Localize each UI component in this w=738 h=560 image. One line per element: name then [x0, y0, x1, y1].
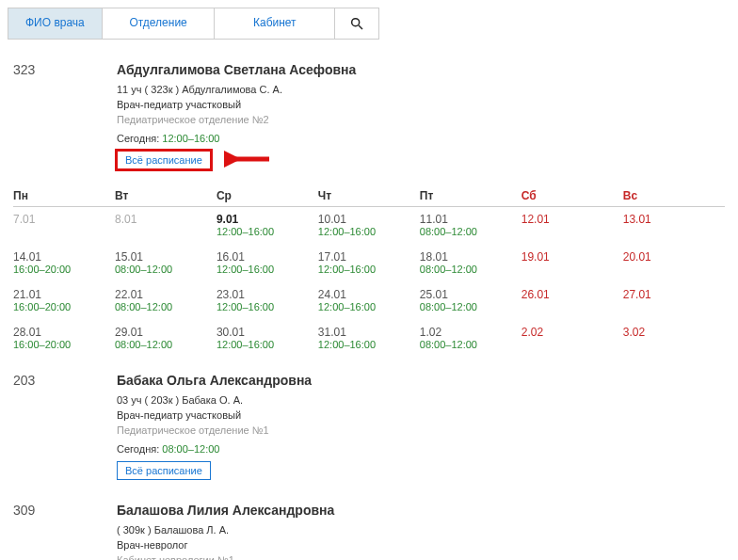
filter-tabs: ФИО врача Отделение Кабинет — [8, 8, 379, 40]
today-time: 08:00–12:00 — [162, 443, 219, 455]
cell-date: 25.01 — [420, 288, 521, 301]
cell-date: 16.01 — [217, 250, 318, 264]
cell-date: 3.02 — [623, 326, 725, 339]
doctor-sub: 03 уч ( 203к ) Бабака О. А. — [117, 393, 730, 408]
calendar-cell[interactable]: 3.02 — [623, 326, 725, 350]
calendar-cell[interactable]: 11.01 08:00–12:00 — [420, 213, 521, 237]
calendar-cell[interactable]: 2.02 — [521, 326, 623, 350]
doctor-card: 203 Бабака Ольга Александровна 03 уч ( 2… — [8, 373, 730, 480]
cell-slot: 12:00–16:00 — [217, 301, 318, 312]
calendar-week: 28.01 16:00–20:00 29.01 08:00–12:00 30.0… — [13, 326, 725, 350]
day-header: Вт — [115, 189, 217, 202]
calendar-cell[interactable]: 24.01 12:00–16:00 — [318, 288, 420, 312]
cell-slot: 12:00–16:00 — [318, 264, 420, 275]
tab-doctor-name[interactable]: ФИО врача — [8, 8, 103, 39]
cell-date: 8.01 — [115, 213, 217, 226]
calendar: ПнВтСрЧтПтСбВс 7.01 8.01 9.01 12:00–16:0… — [8, 189, 730, 350]
calendar-cell[interactable]: 21.01 16:00–20:00 — [13, 288, 115, 312]
calendar-cell[interactable]: 22.01 08:00–12:00 — [115, 288, 217, 312]
cell-date: 1.02 — [420, 326, 521, 339]
doctor-role: Врач-невролог — [117, 538, 730, 553]
calendar-week: 14.01 16:00–20:00 15.01 08:00–12:00 16.0… — [13, 250, 725, 275]
doctor-name: Бабака Ольга Александровна — [117, 373, 730, 388]
day-header: Ср — [217, 189, 318, 202]
day-header: Пт — [420, 189, 521, 202]
calendar-cell[interactable]: 10.01 12:00–16:00 — [318, 213, 420, 237]
svg-line-1 — [359, 25, 362, 29]
doctor-card: 309 Балашова Лилия Александровна ( 309к … — [8, 503, 730, 560]
doctor-department: Кабинет неврологии №1 — [117, 553, 730, 560]
calendar-cell[interactable]: 7.01 — [13, 213, 115, 237]
cell-slot: 12:00–16:00 — [318, 339, 420, 350]
doctor-sub: ( 309к ) Балашова Л. А. — [117, 523, 730, 538]
calendar-cell[interactable]: 29.01 08:00–12:00 — [115, 326, 217, 350]
calendar-cell[interactable]: 19.01 — [521, 250, 623, 275]
full-schedule-button[interactable]: Всё расписание — [117, 151, 211, 169]
cell-date: 26.01 — [521, 288, 623, 301]
today-label: Сегодня: — [117, 443, 159, 455]
calendar-cell[interactable]: 25.01 08:00–12:00 — [420, 288, 521, 312]
day-header: Пн — [13, 189, 115, 202]
full-schedule-button[interactable]: Всё расписание — [117, 461, 211, 480]
cell-date: 27.01 — [623, 288, 725, 301]
cell-slot: 08:00–12:00 — [420, 226, 521, 237]
cell-date: 14.01 — [13, 250, 115, 264]
doctor-name: Балашова Лилия Александровна — [117, 503, 730, 518]
calendar-cell[interactable]: 8.01 — [115, 213, 217, 237]
calendar-cell[interactable]: 17.01 12:00–16:00 — [318, 250, 420, 275]
calendar-cell[interactable]: 30.01 12:00–16:00 — [217, 326, 318, 350]
doctor-role: Врач-педиатр участковый — [117, 408, 730, 424]
tab-cabinet[interactable]: Кабинет — [215, 8, 335, 39]
cell-slot: 12:00–16:00 — [217, 226, 318, 237]
cell-slot: 16:00–20:00 — [13, 339, 115, 350]
doctor-department: Педиатрическое отделение №2 — [117, 113, 730, 128]
calendar-cell[interactable]: 26.01 — [521, 288, 623, 312]
cell-slot: 12:00–16:00 — [217, 264, 318, 275]
calendar-cell[interactable]: 15.01 08:00–12:00 — [115, 250, 217, 275]
calendar-cell[interactable]: 23.01 12:00–16:00 — [217, 288, 318, 312]
cell-date: 28.01 — [13, 326, 115, 339]
cell-date: 23.01 — [217, 288, 318, 301]
calendar-header: ПнВтСрЧтПтСбВс — [13, 189, 725, 207]
calendar-cell[interactable]: 12.01 — [521, 213, 623, 237]
calendar-cell[interactable]: 16.01 12:00–16:00 — [217, 250, 318, 275]
calendar-cell[interactable]: 31.01 12:00–16:00 — [318, 326, 420, 350]
tab-department[interactable]: Отделение — [103, 8, 216, 39]
cell-date: 21.01 — [13, 288, 115, 301]
room-number: 309 — [13, 503, 117, 560]
cell-slot: 08:00–12:00 — [115, 264, 217, 275]
cell-date: 11.01 — [420, 213, 521, 226]
cell-date: 2.02 — [521, 326, 623, 339]
cell-date: 24.01 — [318, 288, 420, 301]
doctor-department: Педиатрическое отделение №1 — [117, 424, 730, 439]
cell-date: 19.01 — [521, 250, 623, 264]
today-time: 12:00–16:00 — [162, 133, 219, 144]
calendar-cell[interactable]: 28.01 16:00–20:00 — [13, 326, 115, 350]
room-number: 323 — [13, 62, 117, 172]
day-header: Вс — [623, 189, 725, 202]
cell-slot: 08:00–12:00 — [115, 339, 217, 350]
cell-date: 30.01 — [217, 326, 318, 339]
calendar-cell[interactable]: 20.01 — [623, 250, 725, 275]
doctor-card: 323 Абдулгалимова Светлана Асефовна 11 у… — [8, 62, 730, 172]
calendar-cell[interactable]: 1.02 08:00–12:00 — [420, 326, 521, 350]
doctor-name: Абдулгалимова Светлана Асефовна — [117, 62, 730, 77]
calendar-cell[interactable]: 13.01 — [623, 213, 725, 237]
calendar-cell[interactable]: 18.01 08:00–12:00 — [420, 250, 521, 275]
cell-slot: 08:00–12:00 — [115, 301, 217, 312]
cell-date: 7.01 — [13, 213, 115, 226]
cell-date: 9.01 — [217, 213, 318, 226]
cell-date: 17.01 — [318, 250, 420, 264]
calendar-week: 21.01 16:00–20:00 22.01 08:00–12:00 23.0… — [13, 288, 725, 312]
calendar-cell[interactable]: 27.01 — [623, 288, 725, 312]
cell-slot: 08:00–12:00 — [420, 339, 521, 350]
doctor-sub: 11 уч ( 323к ) Абдулгалимова С. А. — [117, 83, 730, 98]
tab-search[interactable] — [335, 8, 378, 39]
cell-slot: 08:00–12:00 — [420, 264, 521, 275]
room-number: 203 — [13, 373, 117, 480]
cell-date: 13.01 — [623, 213, 725, 226]
calendar-cell[interactable]: 9.01 12:00–16:00 — [217, 213, 318, 237]
doctor-role: Врач-педиатр участковый — [117, 98, 730, 113]
cell-date: 29.01 — [115, 326, 217, 339]
calendar-cell[interactable]: 14.01 16:00–20:00 — [13, 250, 115, 275]
